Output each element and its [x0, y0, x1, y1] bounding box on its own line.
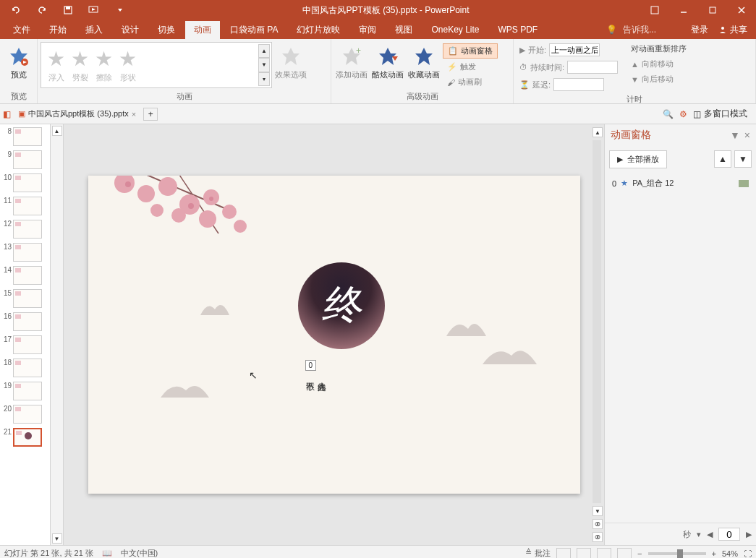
canvas-next-slide[interactable]: ⦿ [593, 532, 603, 542]
zoom-slider[interactable] [648, 552, 706, 555]
move-earlier-button[interactable]: ▲向前移动 [628, 57, 689, 71]
anim-timing-bar [739, 180, 749, 187]
comments-button[interactable]: ≜批注 [525, 548, 551, 558]
menu-file[interactable]: 文件 [4, 21, 39, 39]
canvas-scroll-up[interactable]: ▲ [593, 127, 603, 137]
nav-icon[interactable]: ◧ [3, 109, 11, 119]
reading-view-button[interactable] [597, 548, 611, 559]
menu-view[interactable]: 视图 [386, 21, 421, 39]
effect-options-button[interactable]: 效果选项 [273, 42, 308, 83]
spellcheck-icon[interactable]: 📖 [102, 549, 112, 558]
qat-undo[interactable] [4, 1, 27, 19]
animation-painter-button[interactable]: 🖌动画刷 [443, 75, 498, 89]
thumbnail-slide-20[interactable]: 20 [1, 405, 48, 424]
delay-input[interactable] [553, 78, 604, 91]
play-all-button[interactable]: ▶全部播放 [609, 150, 667, 168]
qat-redo[interactable] [30, 1, 54, 19]
fit-window-button[interactable]: ⛶ [744, 549, 752, 558]
thumbnail-slide-8[interactable]: 8 [1, 127, 48, 146]
thumb-number: 17 [1, 335, 12, 343]
menu-insert[interactable]: 插入 [77, 21, 111, 39]
thumbnail-slide-13[interactable]: 13 [1, 243, 48, 262]
canvas-prev-slide[interactable]: ⦿ [593, 519, 603, 529]
slideshow-view-button[interactable] [617, 548, 632, 559]
start-input[interactable] [549, 43, 600, 56]
seconds-dropdown-icon[interactable]: ▾ [697, 530, 701, 539]
multiwindow-button[interactable]: ◫多窗口模式 [693, 108, 747, 120]
new-tab-button[interactable]: + [143, 108, 158, 121]
move-down-button[interactable]: ▼ [734, 150, 752, 168]
move-later-button[interactable]: ▼向后移动 [628, 72, 689, 86]
gallery-more[interactable]: ▾ [258, 72, 270, 86]
add-animation-button[interactable]: + 添加动画 [334, 42, 369, 83]
slide-caption[interactable]: 0 不散 曲终人 [305, 360, 328, 376]
menu-design[interactable]: 设计 [113, 21, 148, 39]
language-label[interactable]: 中文(中国) [121, 548, 158, 558]
thumbnail-slide-18[interactable]: 18 [1, 359, 48, 377]
seconds-input[interactable] [718, 528, 740, 541]
settings-icon[interactable]: ⚙ [679, 109, 687, 119]
zoom-in-button[interactable]: + [712, 549, 716, 558]
cool-animation-button[interactable]: 酷炫动画 [370, 42, 405, 83]
menu-review[interactable]: 审阅 [350, 21, 385, 39]
thumbnail-slide-11[interactable]: 11 [1, 197, 48, 215]
thumbnail-slide-19[interactable]: 19 [1, 382, 48, 400]
minimize-button[interactable] [669, 0, 698, 20]
move-up-button[interactable]: ▲ [714, 150, 731, 168]
menu-onekey[interactable]: OneKey Lite [422, 22, 488, 38]
slide[interactable]: 终 0 不散 曲终人 ↖ [88, 176, 580, 494]
trigger-button[interactable]: ⚡触发 [443, 60, 498, 74]
thumbnail-slide-9[interactable]: 9 [1, 150, 48, 169]
find-icon[interactable]: 🔍 [663, 109, 674, 119]
pane-dropdown-icon[interactable]: ▼ [730, 129, 740, 141]
thumb-preview [13, 428, 42, 447]
svg-point-20 [114, 176, 135, 193]
thumbnail-slide-16[interactable]: 16 [1, 312, 48, 331]
pane-close-icon[interactable]: × [744, 129, 750, 141]
menu-slideshow[interactable]: 幻灯片放映 [288, 21, 349, 39]
share-button[interactable]: 共享 [714, 22, 752, 38]
animation-item[interactable]: 0 ★ PA_组合 12 [609, 176, 752, 191]
thumbnail-slide-17[interactable]: 17 [1, 335, 48, 354]
normal-view-button[interactable] [556, 548, 571, 559]
tab-close-icon[interactable]: × [132, 110, 136, 119]
login-link[interactable]: 登录 [691, 24, 708, 36]
tellme-text[interactable]: 告诉我... [623, 24, 656, 36]
menu-wps[interactable]: WPS PDF [490, 22, 547, 38]
timeline-next[interactable]: ▶ [746, 530, 752, 539]
canvas-scroll-down[interactable]: ▼ [593, 506, 603, 516]
qat-save[interactable] [56, 1, 80, 19]
preview-button[interactable]: 预览 [3, 42, 34, 83]
menu-transitions[interactable]: 切换 [149, 21, 184, 39]
thumbnail-slide-12[interactable]: 12 [1, 220, 48, 239]
timeline-prev[interactable]: ◀ [707, 530, 713, 539]
thumb-scroll-up[interactable]: ▲ [52, 126, 62, 136]
animation-pane-button[interactable]: 📋动画窗格 [443, 43, 498, 59]
close-button[interactable] [727, 0, 756, 20]
sorter-view-button[interactable] [577, 548, 591, 559]
ribbon-display-options[interactable] [640, 0, 669, 20]
gallery-up[interactable]: ▲ [258, 44, 270, 58]
animation-gallery[interactable]: ★浮入 ★劈裂 ★擦除 ★形状 ▲ ▼ ▾ [41, 42, 272, 88]
menu-home[interactable]: 开始 [41, 21, 75, 39]
tellme-icon[interactable]: 💡 [606, 25, 617, 35]
document-tab[interactable]: ▣ 中国风古风ppt模板 (35).pptx × [14, 107, 140, 121]
duration-input[interactable] [567, 61, 618, 74]
gallery-down[interactable]: ▼ [258, 58, 270, 72]
animation-pane: 动画窗格 ▼ × ▶全部播放 ▲ ▼ 0 ★ PA_组合 12 秒 ▾ ◀ [604, 124, 756, 545]
zoom-out-button[interactable]: − [637, 549, 642, 558]
thumbnail-slide-15[interactable]: 15 [1, 289, 48, 308]
menu-pocket[interactable]: 口袋动画 PA [221, 21, 286, 39]
maximize-button[interactable] [698, 0, 727, 20]
qat-slideshow[interactable] [82, 1, 106, 19]
zoom-level[interactable]: 54% [722, 549, 738, 558]
qat-dropdown[interactable] [109, 1, 132, 19]
thumbnail-slide-14[interactable]: 14 [1, 266, 48, 285]
thumbnail-slide-10[interactable]: 10 [1, 173, 48, 192]
favorite-animation-button[interactable]: 收藏动画 [407, 42, 441, 83]
menu-animations[interactable]: 动画 [185, 21, 220, 39]
thumb-preview [13, 405, 42, 424]
titlebar: 中国风古风PPT模板 (35).pptx - PowerPoint [0, 0, 756, 20]
thumbnail-slide-21[interactable]: 21 [1, 428, 48, 447]
thumb-scroll-down[interactable]: ▼ [52, 533, 62, 544]
